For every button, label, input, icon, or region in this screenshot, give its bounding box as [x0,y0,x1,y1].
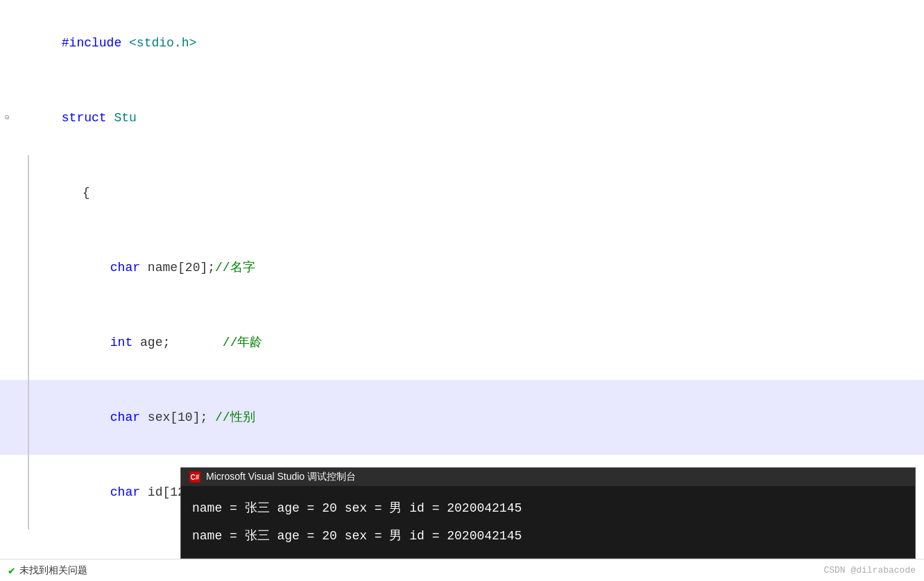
comment-sex: //性别 [215,410,255,424]
vs-icon: C# [189,471,200,483]
console-line-2: name = 张三 age = 20 sex = 男 id = 20200421… [192,522,904,550]
code-line-3: { [0,155,924,230]
kw-char-1: char [110,261,148,275]
line-content-4: char name[20];//名字 [28,230,924,305]
code-line-6: char sex[10]; //性别 [0,380,924,455]
line-content-6: char sex[10]; //性别 [28,380,924,455]
code-line-4: char name[20];//名字 [0,230,924,305]
fold-col-2[interactable]: ⊝ [0,105,14,130]
status-text: 未找到相关问题 [19,564,87,577]
console-body: name = 张三 age = 20 sex = 男 id = 20200421… [181,486,915,558]
include-file: <stdio.h> [129,36,196,50]
comment-age: //年龄 [223,336,263,349]
struct-name: Stu [114,111,136,125]
field-sex: sex[10]; [148,410,215,424]
kw-int-age: int [110,336,140,349]
console-titlebar: C# Microsoft Visual Studio 调试控制台 [181,468,915,486]
status-bar: ✔ 未找到相关问题 CSDN @dilrabacode [0,559,924,581]
kw-char-2: char [110,410,148,424]
line-content-5: int age; //年龄 [28,305,924,380]
field-age: age; [140,336,223,349]
field-name: name[20]; [148,261,215,275]
console-panel: C# Microsoft Visual Studio 调试控制台 name = … [180,467,916,559]
brace-open-1: { [83,186,90,200]
console-line-1: name = 张三 age = 20 sex = 男 id = 20200421… [192,494,904,522]
kw-char-3: char [110,485,148,499]
csdn-credit: CSDN @dilrabacode [823,565,916,575]
code-line-1: #include <stdio.h> [0,6,924,80]
line-content-1: #include <stdio.h> [14,6,924,80]
console-title: Microsoft Visual Studio 调试控制台 [206,471,356,483]
line-content-2: struct Stu [14,80,924,155]
comment-name: //名字 [215,261,255,275]
keyword-include: #include [62,36,129,50]
code-line-5: int age; //年龄 [0,305,924,380]
line-content-3: { [28,155,924,230]
status-icon: ✔ [8,564,15,578]
keyword-struct: struct [62,111,114,125]
code-line-2: ⊝ struct Stu [0,80,924,155]
